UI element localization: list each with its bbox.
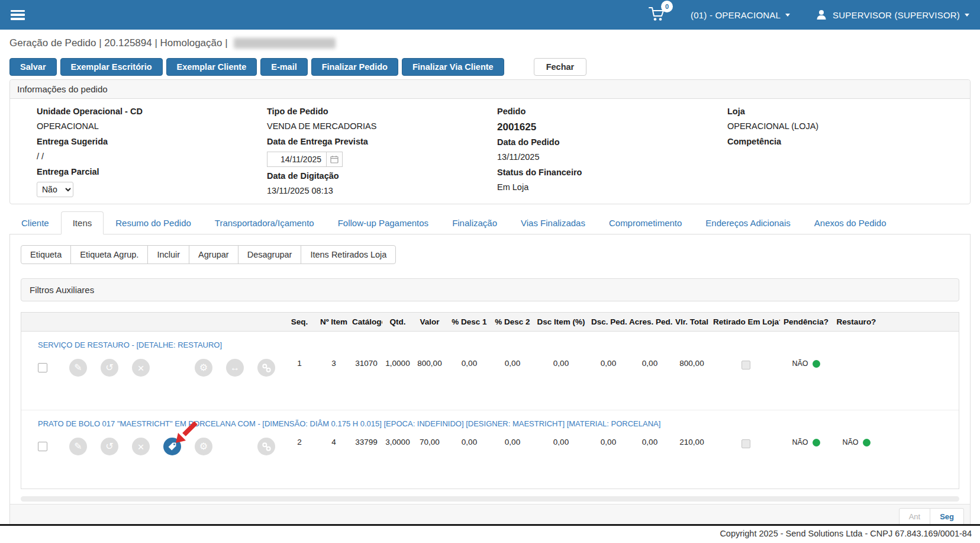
calendar-icon (330, 155, 339, 163)
item-description-link[interactable]: PRATO DE BOLO 017 "MAESTRICHT" EM PORCEL… (38, 419, 660, 428)
order-info-col-1: Unidade Operacional - CD OPERACIONAL Ent… (37, 107, 253, 201)
horizontal-scrollbar[interactable] (21, 496, 959, 502)
finalizar-pedido-button[interactable]: Finalizar Pedido (311, 58, 398, 76)
entrega-parcial-select[interactable]: Não (37, 182, 73, 197)
itens-retirados-loja-button[interactable]: Itens Retirados Loja (301, 245, 396, 264)
cell-desc2: 0,00 (492, 353, 533, 410)
user-dropdown[interactable]: SUPERVISOR (SUPERVISOR) (815, 8, 969, 21)
history-icon[interactable]: ↺ (101, 438, 118, 455)
item-description-link[interactable]: SERVIÇO DE RESTAURO - [DETALHE: RESTAURO… (38, 340, 222, 349)
move-icon[interactable]: ↔ (226, 359, 244, 377)
competencia-value (727, 152, 943, 163)
tab-finalizacao[interactable]: Finalização (440, 211, 509, 234)
gear-icon[interactable]: ⚙ (195, 438, 212, 455)
data-entrega-prevista-input[interactable] (267, 152, 326, 167)
column-header: Nº Item (317, 313, 350, 332)
order-info-panel: Informações do pedido Unidade Operaciona… (9, 79, 971, 204)
data-digitacao-value: 13/11/2025 08:13 (267, 186, 483, 197)
field-label: Data do Pedido (497, 137, 713, 147)
cell-dsc-item: 0,00 (533, 353, 589, 410)
exemplar-cliente-button[interactable]: Exemplar Cliente (166, 58, 257, 76)
pendencia-status: NÃO (792, 359, 820, 368)
status-financeiro-value: Em Loja (497, 182, 713, 194)
link-icon[interactable] (257, 359, 275, 377)
column-header: Pendência? (780, 313, 832, 332)
tag-icon[interactable] (163, 438, 181, 455)
column-header: Restauro? (832, 313, 881, 332)
tab-transportadora-icamento[interactable]: Transportadora/Içamento (203, 211, 326, 234)
chevron-down-icon (965, 14, 969, 17)
pagination-prev-button[interactable]: Ant (899, 508, 931, 525)
cell-desc1: 0,00 (446, 432, 492, 489)
tab-enderecos-adicionais[interactable]: Endereços Adicionais (694, 211, 802, 234)
order-info-title: Informações do pedido (10, 80, 970, 99)
context-dropdown[interactable]: (01) - OPERACIONAL (691, 10, 790, 20)
column-header: Retirado Em Loja? (711, 313, 780, 332)
items-toolbar: Etiqueta Etiqueta Agrup. Incluir Agrupar… (21, 245, 396, 264)
status-green-dot (813, 360, 820, 368)
desagrupar-button[interactable]: Desagrupar (238, 245, 302, 264)
pendencia-status: NÃO (792, 438, 820, 446)
page-title: Geração de Pedido | 20.125894 | Homologa… (9, 37, 228, 49)
cell-dsc-ped: 0,00 (589, 353, 627, 410)
cell-acres-ped: 0,00 (627, 353, 672, 410)
tab-comprometimento[interactable]: Comprometimento (597, 211, 694, 234)
row-select-checkbox[interactable] (38, 442, 47, 451)
filtros-auxiliares-header[interactable]: Filtros Auxiliares (21, 278, 959, 301)
cart-button[interactable]: 0 (648, 6, 666, 24)
field-label: Entrega Parcial (37, 167, 253, 176)
field-label: Status do Financeiro (497, 168, 713, 177)
tab-follow-up-pagamentos[interactable]: Follow-up Pagamentos (326, 211, 440, 234)
table-row: ✎ ↺ × ⚙ ↔ 1 3 31070 (21, 353, 959, 410)
menu-icon[interactable] (11, 10, 25, 20)
salvar-button[interactable]: Salvar (9, 58, 57, 76)
unidade-operacional-value: OPERACIONAL (37, 121, 253, 133)
order-info-body: Unidade Operacional - CD OPERACIONAL Ent… (10, 99, 970, 204)
field-label: Competência (727, 137, 943, 146)
order-info-col-3: Pedido 2001625 Data do Pedido 13/11/2025… (497, 107, 713, 201)
finalizar-via-cliente-button[interactable]: Finalizar Via Cliente (402, 58, 504, 76)
retirado-em-loja-checkbox[interactable] (742, 361, 750, 370)
column-header: Qtd. (382, 313, 413, 332)
agrupar-button[interactable]: Agrupar (189, 245, 238, 264)
tab-cliente[interactable]: Cliente (9, 211, 61, 234)
cell-catalogo: 33799 (350, 432, 382, 489)
user-label: SUPERVISOR (SUPERVISOR) (833, 10, 960, 20)
fechar-button[interactable]: Fechar (534, 58, 587, 76)
column-header: Catálogo (350, 313, 382, 332)
column-header: % Desc 1 (446, 313, 492, 332)
restauro-status-empty (832, 353, 881, 410)
edit-icon[interactable]: ✎ (69, 359, 87, 377)
tab-itens[interactable]: Itens (61, 211, 104, 234)
context-label: (01) - OPERACIONAL (691, 10, 781, 20)
pagination-next-button[interactable]: Seg (930, 508, 964, 525)
remove-icon[interactable]: × (132, 359, 150, 377)
link-icon[interactable] (257, 438, 275, 455)
column-header: Valor (413, 313, 446, 332)
exemplar-escritorio-button[interactable]: Exemplar Escritório (60, 58, 163, 76)
etiqueta-agrup-button[interactable]: Etiqueta Agrup. (70, 245, 148, 264)
calendar-button[interactable] (326, 152, 343, 167)
tab-anexos-do-pedido[interactable]: Anexos do Pedido (802, 211, 898, 234)
tab-vias-finalizadas[interactable]: Vias Finalizadas (509, 211, 597, 234)
cell-no-item: 4 (317, 432, 350, 489)
cell-no-item: 3 (317, 353, 350, 410)
restauro-status: NÃO (842, 438, 870, 446)
email-button[interactable]: E-mail (260, 58, 308, 76)
history-icon[interactable]: ↺ (101, 359, 118, 377)
table-header-row: Seq. Nº Item Catálogo Qtd. Valor % Desc … (21, 313, 959, 332)
tab-resumo-do-pedido[interactable]: Resumo do Pedido (104, 211, 203, 234)
field-label: Tipo de Pedido (267, 107, 483, 116)
cell-qtd: 1,0000 (382, 353, 413, 410)
row-select-checkbox[interactable] (38, 363, 47, 372)
cell-vlr-total: 800,00 (672, 353, 711, 410)
column-header: Dsc Item (%) (533, 313, 589, 332)
etiqueta-button[interactable]: Etiqueta (21, 245, 71, 264)
retirado-em-loja-checkbox[interactable] (742, 439, 750, 448)
edit-icon[interactable]: ✎ (69, 438, 87, 455)
incluir-button[interactable]: Incluir (147, 245, 189, 264)
gear-icon[interactable]: ⚙ (195, 359, 212, 377)
remove-icon[interactable]: × (132, 438, 150, 455)
table-row: ✎ ↺ × (21, 432, 959, 489)
cell-valor: 70,00 (413, 432, 446, 489)
